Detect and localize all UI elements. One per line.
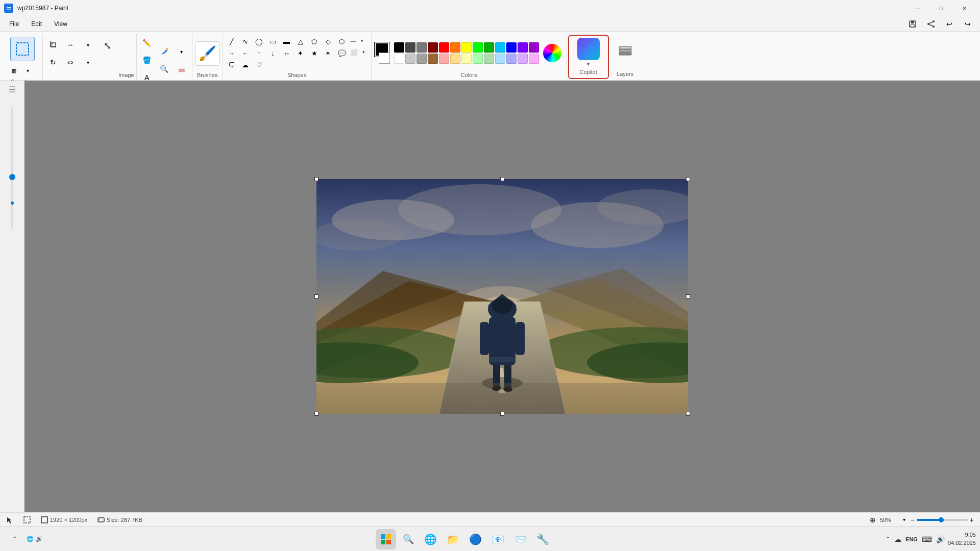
color-light-yellow[interactable] [450,54,460,64]
shape-star5[interactable]: ★ [308,47,321,59]
color-lime[interactable] [473,42,483,53]
handle-top-center[interactable] [500,177,504,181]
background-color[interactable] [379,53,390,64]
shape-arrow-r[interactable]: → [225,47,238,59]
tray-kbd-icon[interactable]: ⌨ [922,535,932,543]
color-sage[interactable] [484,54,494,64]
rotate-button[interactable]: ↻ [45,54,61,70]
handle-middle-left[interactable] [314,294,318,298]
tray-lang[interactable]: ENG [905,536,918,542]
crop-button[interactable] [45,37,61,53]
copilot-button[interactable] [577,38,600,60]
selection-dropdown[interactable]: ▾ [20,62,36,79]
taskbar-extra[interactable]: 🔧 [533,529,553,549]
zoom-minus-icon[interactable]: − [911,516,915,524]
color-gray[interactable] [416,42,427,53]
color-red[interactable] [439,42,449,53]
color-yellow[interactable] [461,42,472,53]
color-maroon[interactable] [428,42,438,53]
close-button[interactable]: ✕ [952,0,976,16]
menu-edit[interactable]: Edit [26,18,47,30]
shape-diamond[interactable]: ◇ [322,36,335,47]
shape-star6[interactable]: ✶ [322,47,335,59]
color-sky[interactable] [495,54,505,64]
sidebar-collapse-icon[interactable]: ☰ [9,85,16,94]
color-mid-gray[interactable] [416,54,427,64]
image-dropdown[interactable]: ▾ [80,37,96,53]
color-wheel[interactable] [543,44,561,62]
canvas-image[interactable] [316,179,688,414]
clock[interactable]: 9:05 04.02.2025 [948,531,976,547]
color-violet[interactable] [529,42,539,53]
shape-heart[interactable]: ♡ [253,59,266,70]
zoom-slider-vertical[interactable] [11,107,13,229]
color-white[interactable] [394,54,404,64]
pencil-tool[interactable]: ✏️ [139,35,155,51]
shape-star4[interactable]: ✦ [294,47,307,59]
shape-cloud[interactable]: ☁ [239,59,252,70]
eraser-tool[interactable] [174,61,190,77]
shape-hexagon[interactable]: ⬡ [335,36,349,47]
taskbar-mail[interactable]: 📧 [488,529,508,549]
shape-arrow-d[interactable]: ↓ [266,47,280,59]
color-picker-tool[interactable] [156,43,173,60]
search-button[interactable]: 🔍 [398,529,419,549]
resize-button[interactable]: ↔ [62,37,79,53]
redo-button[interactable]: ↪ [960,16,976,32]
taskbar-edge[interactable]: 🔵 [465,529,486,549]
tray-volume-icon[interactable]: 🔊 [36,536,43,542]
tray-network-icon[interactable]: 🌐 [27,536,34,542]
color-green[interactable] [484,42,494,53]
shape-arrow4[interactable]: ↔ [280,47,293,59]
layers-button[interactable] [617,43,633,63]
color-blue[interactable] [506,42,517,53]
color-orange[interactable] [450,42,460,53]
zoom-slider-horizontal[interactable] [917,519,968,521]
magnifier-tool[interactable]: 🔍 [156,61,173,77]
handle-top-left[interactable] [314,177,318,181]
zoom-preview-icon[interactable]: ⊕ [870,516,876,524]
zoom-plus-icon[interactable]: + [970,516,974,524]
shape-rect2[interactable]: ▬ [280,36,293,47]
shape-arrow-u[interactable]: ↑ [253,47,266,59]
handle-bottom-center[interactable] [500,412,504,416]
flip-button[interactable]: ⇔ [62,54,79,70]
color-dark-gray[interactable] [405,42,415,53]
handle-bottom-right[interactable] [686,412,690,416]
outline-dropdown[interactable]: ▾ [357,36,368,46]
shape-oval[interactable]: ◯ [253,36,266,47]
copilot-dropdown[interactable]: ▾ [587,61,590,67]
menu-file[interactable]: File [4,18,24,30]
color-picker-dropdown[interactable]: ▾ [174,43,190,60]
color-indigo[interactable] [518,42,528,53]
shape-arrow-l[interactable]: ← [239,47,252,59]
zoom-slider-thumb[interactable] [939,517,944,522]
color-cyan[interactable] [495,42,505,53]
image-dropdown2[interactable]: ▾ [80,54,96,70]
maximize-button[interactable]: □ [929,0,952,16]
color-pink[interactable] [529,54,539,64]
taskbar-outlook[interactable]: 📨 [510,529,531,549]
shape-speech[interactable]: 💬 [335,47,349,59]
minimize-button[interactable]: — [905,0,929,16]
color-brown[interactable] [428,54,438,64]
color-lavender[interactable] [506,54,517,64]
select-all-button[interactable]: ▦ [9,62,19,79]
brush-tool[interactable]: 🖌️ [195,41,219,66]
zoom-dropdown[interactable]: ▾ [900,516,909,524]
shape-curve[interactable]: ∿ [239,36,252,47]
save-button[interactable] [904,16,921,32]
start-button[interactable] [376,529,396,549]
system-tray-left[interactable]: ⌃ [4,529,24,549]
taskbar-browser[interactable]: 🌐 [421,529,441,549]
tray-chevron[interactable]: ⌃ [886,536,890,542]
zoom-thumb[interactable] [9,174,15,180]
color-light-pink[interactable] [439,54,449,64]
share-button[interactable] [923,16,939,32]
color-pale-green[interactable] [473,54,483,64]
handle-bottom-left[interactable] [314,412,318,416]
fill-tool[interactable]: 🪣 [139,52,155,68]
color-pale-yellow[interactable] [461,54,472,64]
shape-rect[interactable]: ▭ [266,36,280,47]
color-lilac[interactable] [518,54,528,64]
